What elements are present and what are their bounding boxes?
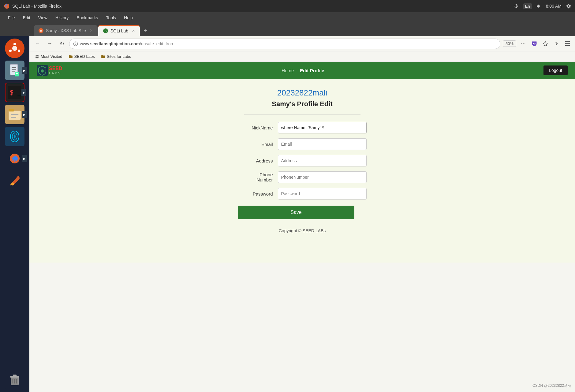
menu-view[interactable]: View [35,14,50,21]
expand-button[interactable] [552,39,561,48]
sidebar-arrow-4: ▶ [22,155,27,162]
form-row-address: Address [238,155,367,166]
address-box[interactable]: www.seedlabsqlinjection.com/unsafe_edit_… [69,39,500,49]
language-indicator: En [523,3,532,9]
label-address: Address [238,158,278,163]
document-icon [8,64,21,77]
tab-close-sqli[interactable]: ✕ [132,29,135,33]
address-url: www.seedlabsqlinjection.com/unsafe_edit_… [80,41,173,46]
tab-favicon-xss: e [39,28,43,33]
profile-form-wrapper: 20232822mali Samy's Profile Edit NickNam… [29,79,575,263]
titlebar: SQLi Lab - Mozilla Firefox En 8:06 AM [0,0,575,12]
nav-home[interactable]: Home [282,68,294,73]
nav-edit-profile[interactable]: Edit Profile [300,68,324,73]
pocket-button[interactable] [530,39,539,48]
sidebar-icon-trash[interactable] [5,370,24,390]
bookmark-star-button[interactable] [541,39,550,48]
menu-tools[interactable]: Tools [103,14,119,21]
svg-text:$ _: $ _ [9,88,21,96]
svg-point-2 [12,46,17,51]
tab-label-sqli: SQLi Lab [110,28,128,33]
menu-help[interactable]: Help [121,14,136,21]
tabbar: e Samy : XSS Lab Site ✕ S SQLi Lab ✕ + [0,23,575,36]
input-nickname[interactable] [278,122,367,133]
settings-icon [566,3,571,9]
address-icons: ⋯ [519,39,572,48]
bookmark-seed-labs[interactable]: SEED Labs [66,53,97,60]
sidebar-icon-document[interactable]: ▶ [5,61,24,80]
svg-rect-10 [15,72,19,77]
logo-labs: LABS [49,71,62,75]
copyright: Copyright © SEED LABs [279,228,326,233]
watermark: CSDN @20232822马丽 [532,383,571,388]
tab-close-xss[interactable]: ✕ [90,28,93,33]
bookmark-sites-for-labs[interactable]: Sites for Labs [99,53,134,60]
volume-icon [536,3,542,9]
gear-bookmark-icon [35,54,39,59]
menu-file[interactable]: File [5,14,18,21]
bookmark-most-visited[interactable]: Most Visited [32,53,65,60]
menu-button[interactable]: ☰ [563,39,572,48]
sidebar-icon-terminal[interactable]: $ _ ▶ [5,83,24,102]
svg-marker-39 [543,41,548,46]
reload-button[interactable]: ↻ [57,39,67,49]
sidebar-icon-ubuntu[interactable] [5,39,24,58]
titlebar-right: En 8:06 AM [513,3,571,9]
filemanager-icon [8,108,21,121]
sidebar-icon-wireshark[interactable] [5,127,24,146]
sidebar-icon-files[interactable]: ▶ [5,105,24,124]
browser-wrapper: ▶ $ _ ▶ ▶ [0,36,575,392]
logout-button[interactable]: Logout [543,65,568,75]
svg-rect-15 [9,111,21,120]
svg-point-3 [13,43,16,45]
input-phone[interactable] [278,171,367,183]
page-content: SEED LABS Home Edit Profile Logout 20232… [29,62,575,392]
input-address[interactable] [278,155,367,166]
folder-icon-1 [69,54,73,59]
label-nickname: NickName [238,125,278,130]
input-email[interactable] [278,138,367,150]
form-row-phone: PhoneNumber [238,171,367,183]
tab-xss[interactable]: e Samy : XSS Lab Site ✕ [34,25,98,36]
bookmarksbar: Most Visited SEED Labs Sites for Labs [29,51,575,62]
form-row-nickname: NickName [238,122,367,133]
svg-point-5 [18,50,20,52]
bookmark-sites-for-labs-label: Sites for Labs [107,54,131,59]
profile-form: NickName Email Address Pho [238,122,367,219]
svg-rect-32 [13,375,17,376]
menu-edit[interactable]: Edit [20,14,33,21]
profile-page-title: Samy's Profile Edit [272,100,332,108]
label-password: Password [238,191,278,196]
browser-main: ← → ↻ www.seedlabsqlinjection.com/unsafe… [29,36,575,392]
menu-history[interactable]: History [52,14,72,21]
tab-sqli[interactable]: S SQLi Lab ✕ [98,25,140,36]
sidebar-icon-firefox[interactable]: ▶ [5,149,24,168]
seedlabs-logo-svg [37,65,48,76]
back-button[interactable]: ← [32,39,42,49]
sidebar-arrow-3: ▶ [22,111,27,118]
more-button[interactable]: ⋯ [519,39,528,48]
form-row-password: Password [238,188,367,200]
input-password[interactable] [278,188,367,200]
seedlabs-logo-icon: SEED LABS [37,65,62,76]
logo-seed: SEED [49,66,62,71]
form-row-email: Email [238,138,367,150]
star-icon [543,41,548,47]
profile-divider [244,114,360,114]
sidebar-icon-tools[interactable] [5,171,24,190]
window-title: SQLi Lab - Mozilla Firefox [12,4,62,9]
bookmark-seed-labs-label: SEED Labs [74,54,95,59]
svg-point-41 [41,69,44,73]
menu-bookmarks[interactable]: Bookmarks [73,14,101,21]
addressbar: ← → ↻ www.seedlabsqlinjection.com/unsafe… [29,36,575,51]
new-tab-button[interactable]: + [140,26,150,35]
zoom-level[interactable]: 50% [503,40,516,47]
sidebar-arrow-2: ▶ [21,89,26,96]
forward-button[interactable]: → [45,39,54,49]
clock: 8:06 AM [546,4,562,9]
menubar: File Edit View History Bookmarks Tools H… [0,12,575,23]
trash-icon [8,373,21,386]
save-button[interactable]: Save [238,206,354,219]
firefox-sidebar-icon [8,152,21,165]
firefox-icon [4,3,10,9]
